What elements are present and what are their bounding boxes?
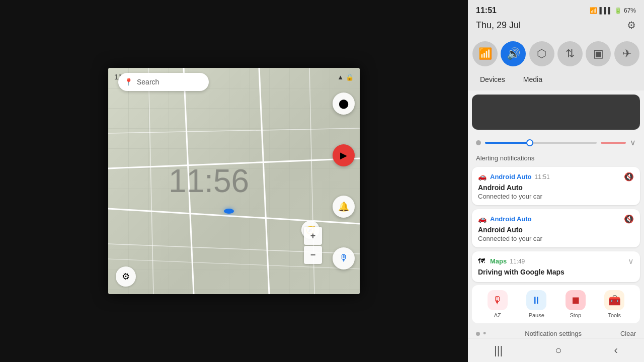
android-auto-app-name-2: Android Auto: [490, 215, 532, 223]
maps-notif-title: Driving with Google Maps: [478, 268, 634, 276]
maps-notification[interactable]: 🗺 Maps 11:49 ∨ Driving with Google Maps: [472, 251, 640, 282]
bluetooth-toggle[interactable]: ⬡: [529, 41, 554, 66]
volume-slider-row: ∨: [468, 134, 644, 151]
battery-level: 67%: [624, 7, 636, 14]
alerting-notifications-label: Alerting notifications: [468, 151, 644, 165]
notif-mute-2[interactable]: 🔇: [624, 214, 634, 224]
nav-recents-button[interactable]: |||: [484, 340, 513, 361]
android-auto-icon-2: 🚗: [478, 215, 487, 224]
battery-icon: 🔋: [614, 7, 622, 14]
android-auto-app-name-1: Android Auto: [490, 173, 532, 180]
notif-title-1: Android Auto: [478, 184, 634, 192]
volume-slider-fill: [485, 142, 530, 144]
camera-button[interactable]: ⬤: [333, 93, 355, 115]
volume-icon: 🔊: [507, 47, 520, 60]
mic-button[interactable]: 🎙: [333, 247, 355, 269]
maps-stop-label: Stop: [570, 312, 581, 318]
notif-settings-dot: [476, 332, 480, 336]
maps-pause-icon: ⏸: [526, 290, 546, 310]
devices-tab[interactable]: Devices: [476, 73, 509, 85]
notif-time-1: 11:51: [535, 173, 550, 180]
bluetooth-icon: ⬡: [537, 47, 546, 60]
map-controls: + −: [304, 227, 322, 264]
maps-tools-button[interactable]: 🧰 Tools: [604, 290, 624, 318]
navigation-bar: ||| ○ ‹: [468, 338, 644, 362]
search-bar[interactable]: 📍 Search: [118, 73, 209, 91]
wifi-toggle[interactable]: 📶: [472, 41, 498, 66]
bell-button[interactable]: 🔔: [333, 196, 355, 218]
volume-toggle[interactable]: 🔊: [501, 41, 526, 66]
notif-header-2: 🚗 Android Auto 🔇: [478, 214, 634, 224]
svg-line-5: [108, 244, 360, 254]
status-icons: 📶 ▌▌▌ 🔋 67%: [590, 7, 636, 14]
slider-chevron-icon[interactable]: ∨: [630, 138, 636, 147]
maps-notif-expand[interactable]: ∨: [628, 256, 634, 266]
maps-app-name: Maps: [490, 257, 507, 265]
record-button[interactable]: ▶: [333, 144, 355, 166]
location-icon: 📍: [124, 78, 133, 86]
signal-bars-icon: ▌▌▌: [599, 7, 612, 14]
slider-right-portion: [601, 142, 626, 144]
media-tab[interactable]: Media: [519, 73, 546, 85]
maps-pause-button[interactable]: ⏸ Pause: [526, 290, 546, 318]
svg-line-4: [108, 128, 360, 133]
maps-tools-icon: 🧰: [604, 290, 624, 310]
zoom-in-button[interactable]: +: [304, 227, 322, 245]
notif-app-info-2: 🚗 Android Auto: [478, 215, 532, 224]
volume-slider-track[interactable]: [485, 142, 597, 144]
data-transfer-toggle[interactable]: ⇅: [557, 41, 583, 66]
date-row: Thu, 29 Jul ⚙: [468, 17, 644, 36]
volume-slider-thumb[interactable]: [526, 139, 533, 146]
screenshot-toggle[interactable]: ▣: [586, 41, 611, 66]
car-screen: 11:56 ▲ 🔒 📍 Search 11:56 🧭 + − ⚙ ⬤ ▶: [0, 0, 468, 362]
android-auto-icon-1: 🚗: [478, 172, 487, 182]
data-transfer-icon: ⇅: [566, 47, 575, 60]
settings-button[interactable]: ⚙: [116, 266, 136, 287]
airplane-toggle[interactable]: ✈: [614, 41, 639, 66]
notif-mute-1[interactable]: 🔇: [624, 172, 634, 182]
search-text: Search: [137, 78, 159, 86]
slider-dot-icon: [476, 140, 481, 145]
maps-pause-label: Pause: [529, 312, 544, 318]
settings-gear-icon[interactable]: ⚙: [627, 19, 636, 31]
zoom-out-button[interactable]: −: [304, 246, 322, 264]
status-bar: 11:51 📶 ▌▌▌ 🔋 67%: [468, 0, 644, 17]
maps-tools-label: Tools: [608, 312, 621, 318]
notif-app-info-maps: 🗺 Maps 11:49: [478, 257, 525, 266]
svg-line-1: [108, 209, 360, 224]
notif-title-2: Android Auto: [478, 226, 634, 234]
notif-dot-2: •: [483, 328, 486, 339]
svg-line-8: [108, 259, 360, 269]
network-icon: 📶: [590, 7, 597, 14]
notification-panel: 11:51 📶 ▌▌▌ 🔋 67% Thu, 29 Jul ⚙ 📶 🔊 ⬡ ⇅ …: [468, 0, 644, 362]
user-location-dot: [224, 209, 234, 214]
svg-line-6: [148, 68, 153, 294]
notif-header-1: 🚗 Android Auto 11:51 🔇: [478, 172, 634, 182]
android-auto-notification-2[interactable]: 🚗 Android Auto 🔇 Android Auto Connected …: [472, 209, 640, 247]
clock-overlay: 11:56: [169, 162, 249, 200]
android-auto-notification-1[interactable]: 🚗 Android Auto 11:51 🔇 Android Auto Conn…: [472, 167, 640, 205]
svg-line-3: [259, 68, 269, 294]
screenshot-icon: ▣: [593, 47, 604, 60]
maps-az-label: AZ: [494, 312, 501, 318]
quick-toggles: 📶 🔊 ⬡ ⇅ ▣ ✈: [468, 36, 644, 71]
devices-media-row: Devices Media: [468, 71, 644, 90]
maps-az-icon: 🎙: [488, 290, 508, 310]
maps-app-icon: 🗺: [478, 257, 487, 266]
maps-stop-icon: ⏹: [566, 290, 586, 310]
maps-az-button[interactable]: 🎙 AZ: [488, 290, 508, 318]
airplane-icon: ✈: [622, 47, 631, 60]
clear-notifications-button[interactable]: Clear: [620, 330, 636, 337]
nav-home-button[interactable]: ○: [545, 340, 572, 361]
media-card: [472, 95, 640, 130]
notif-header-maps: 🗺 Maps 11:49 ∨: [478, 256, 634, 266]
maps-controls-bar: 🎙 AZ ⏸ Pause ⏹ Stop 🧰 Tools: [472, 285, 640, 323]
maps-notif-time: 11:49: [510, 258, 525, 265]
notif-body-2: Connected to your car: [478, 235, 634, 242]
car-screen-inner: 11:56 ▲ 🔒 📍 Search 11:56 🧭 + − ⚙ ⬤ ▶: [108, 68, 360, 294]
nav-back-button[interactable]: ‹: [604, 340, 628, 361]
maps-stop-button[interactable]: ⏹ Stop: [566, 290, 586, 318]
side-controls: ⬤ ▶ 🔔 🎙: [327, 68, 360, 294]
notification-settings-link[interactable]: Notification settings: [525, 330, 582, 337]
date-text: Thu, 29 Jul: [476, 20, 521, 31]
